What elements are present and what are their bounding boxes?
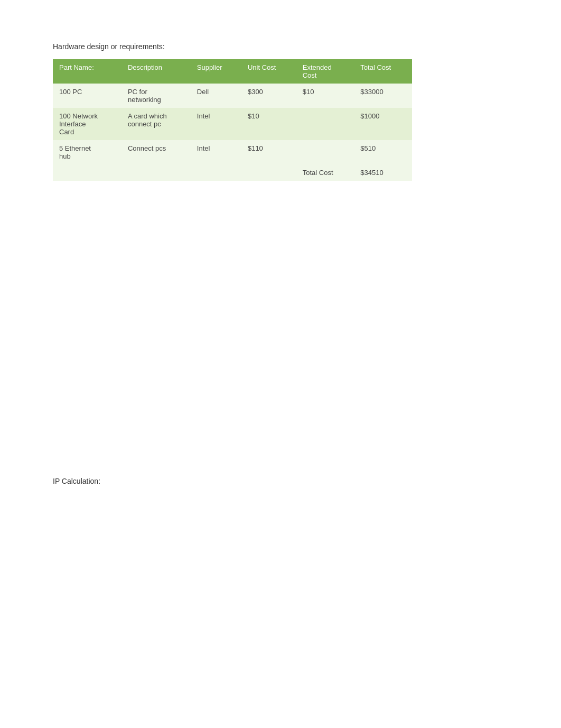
table-cell: Dell (191, 84, 241, 108)
col-header-unit-cost: Unit Cost (241, 59, 296, 84)
col-header-part-name: Part Name: (53, 59, 121, 84)
table-cell: $10 (296, 84, 354, 108)
table-cell: Intel (191, 140, 241, 164)
table-cell: Intel (191, 108, 241, 140)
col-header-supplier: Supplier (191, 59, 241, 84)
table-cell: 100 PC (53, 84, 121, 108)
col-header-total-cost: Total Cost (354, 59, 412, 84)
ip-section-label: IP Calculation: (53, 477, 508, 485)
table-row: 5 EthernethubConnect pcsIntel$110$510 (53, 140, 412, 164)
table-cell (296, 140, 354, 164)
hardware-table: Part Name: Description Supplier Unit Cos… (53, 59, 412, 181)
col-header-extended-cost: ExtendedCost (296, 59, 354, 84)
total-empty (121, 164, 191, 181)
table-cell (296, 108, 354, 140)
table-cell: Connect pcs (121, 140, 191, 164)
table-cell: 5 Ethernethub (53, 140, 121, 164)
total-label: Total Cost (296, 164, 354, 181)
total-empty (191, 164, 241, 181)
table-row: 100 NetworkInterfaceCardA card whichconn… (53, 108, 412, 140)
total-value: $34510 (354, 164, 412, 181)
table-row: 100 PCPC fornetworkingDell$300$10$33000 (53, 84, 412, 108)
ip-section: IP Calculation: (53, 477, 508, 485)
table-cell: $510 (354, 140, 412, 164)
table-cell: 100 NetworkInterfaceCard (53, 108, 121, 140)
table-cell: $10 (241, 108, 296, 140)
col-header-description: Description (121, 59, 191, 84)
table-cell: $33000 (354, 84, 412, 108)
table-cell: $110 (241, 140, 296, 164)
table-cell: $300 (241, 84, 296, 108)
hardware-section-label: Hardware design or requirements: (53, 42, 508, 51)
table-cell: A card whichconnect pc (121, 108, 191, 140)
total-row: Total Cost$34510 (53, 164, 412, 181)
total-empty (241, 164, 296, 181)
table-header-row: Part Name: Description Supplier Unit Cos… (53, 59, 412, 84)
hardware-section: Hardware design or requirements: Part Na… (53, 42, 508, 181)
table-cell: PC fornetworking (121, 84, 191, 108)
total-empty (53, 164, 121, 181)
table-cell: $1000 (354, 108, 412, 140)
